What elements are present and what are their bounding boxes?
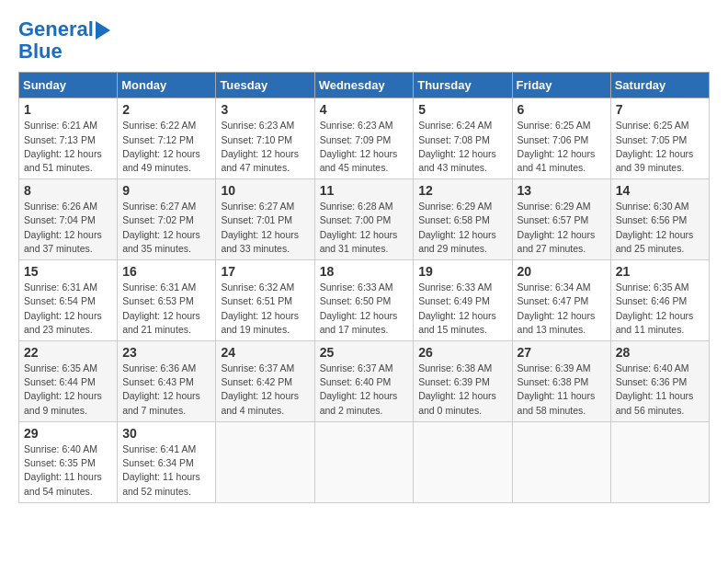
day-number: 12 [418,183,506,198]
day-number: 25 [320,345,409,360]
day-number: 8 [24,183,112,198]
day-info: Sunrise: 6:25 AM Sunset: 7:05 PM Dayligh… [616,119,704,175]
calendar-cell: 13 Sunrise: 6:29 AM Sunset: 6:57 PM Dayl… [512,179,610,260]
logo: General Blue [18,18,110,63]
day-info: Sunrise: 6:30 AM Sunset: 6:56 PM Dayligh… [616,200,704,256]
day-number: 16 [122,264,210,279]
day-info: Sunrise: 6:37 AM Sunset: 6:40 PM Dayligh… [320,362,409,418]
day-number: 2 [122,102,210,117]
day-info: Sunrise: 6:22 AM Sunset: 7:12 PM Dayligh… [122,119,210,175]
day-info: Sunrise: 6:33 AM Sunset: 6:50 PM Dayligh… [320,281,409,337]
calendar-cell [610,421,709,502]
day-number: 26 [418,345,506,360]
calendar-cell: 2 Sunrise: 6:22 AM Sunset: 7:12 PM Dayli… [118,98,216,179]
col-header-sunday: Sunday [19,73,118,98]
day-number: 18 [320,264,409,279]
calendar-cell: 5 Sunrise: 6:24 AM Sunset: 7:08 PM Dayli… [414,98,512,179]
day-info: Sunrise: 6:29 AM Sunset: 6:58 PM Dayligh… [418,200,506,256]
calendar-cell: 10 Sunrise: 6:27 AM Sunset: 7:01 PM Dayl… [216,179,314,260]
day-info: Sunrise: 6:40 AM Sunset: 6:36 PM Dayligh… [616,362,704,418]
day-info: Sunrise: 6:27 AM Sunset: 7:02 PM Dayligh… [122,200,210,256]
day-number: 13 [518,183,606,198]
day-info: Sunrise: 6:36 AM Sunset: 6:43 PM Dayligh… [122,362,210,418]
calendar-cell: 11 Sunrise: 6:28 AM Sunset: 7:00 PM Dayl… [314,179,414,260]
day-info: Sunrise: 6:41 AM Sunset: 6:34 PM Dayligh… [122,442,210,499]
calendar-cell: 4 Sunrise: 6:23 AM Sunset: 7:09 PM Dayli… [314,98,414,179]
day-info: Sunrise: 6:38 AM Sunset: 6:39 PM Dayligh… [418,362,506,418]
day-number: 27 [518,345,606,360]
calendar-cell: 26 Sunrise: 6:38 AM Sunset: 6:39 PM Dayl… [414,341,512,422]
day-number: 17 [221,264,309,279]
calendar-cell: 25 Sunrise: 6:37 AM Sunset: 6:40 PM Dayl… [314,341,414,422]
calendar-cell: 19 Sunrise: 6:33 AM Sunset: 6:49 PM Dayl… [414,260,512,341]
col-header-saturday: Saturday [610,73,709,98]
day-number: 22 [24,345,112,360]
calendar-cell: 16 Sunrise: 6:31 AM Sunset: 6:53 PM Dayl… [118,260,216,341]
day-info: Sunrise: 6:33 AM Sunset: 6:49 PM Dayligh… [418,281,506,337]
logo-text: General [18,18,110,40]
calendar-cell: 1 Sunrise: 6:21 AM Sunset: 7:13 PM Dayli… [19,98,118,179]
calendar-cell: 20 Sunrise: 6:34 AM Sunset: 6:47 PM Dayl… [512,260,610,341]
day-info: Sunrise: 6:37 AM Sunset: 6:42 PM Dayligh… [221,362,309,418]
calendar-cell: 23 Sunrise: 6:36 AM Sunset: 6:43 PM Dayl… [118,341,216,422]
day-info: Sunrise: 6:34 AM Sunset: 6:47 PM Dayligh… [518,281,606,337]
day-number: 1 [24,102,112,117]
day-info: Sunrise: 6:35 AM Sunset: 6:46 PM Dayligh… [616,281,704,337]
calendar-cell: 12 Sunrise: 6:29 AM Sunset: 6:58 PM Dayl… [414,179,512,260]
calendar-cell: 21 Sunrise: 6:35 AM Sunset: 6:46 PM Dayl… [610,260,709,341]
day-number: 21 [616,264,704,279]
day-number: 10 [221,183,309,198]
calendar-cell [216,421,314,502]
day-info: Sunrise: 6:32 AM Sunset: 6:51 PM Dayligh… [221,281,309,337]
day-info: Sunrise: 6:29 AM Sunset: 6:57 PM Dayligh… [518,200,606,256]
calendar-cell: 15 Sunrise: 6:31 AM Sunset: 6:54 PM Dayl… [19,260,118,341]
day-number: 28 [616,345,704,360]
page-header: General Blue [18,18,710,63]
calendar-cell [414,421,512,502]
calendar-cell: 29 Sunrise: 6:40 AM Sunset: 6:35 PM Dayl… [19,421,118,502]
day-number: 14 [616,183,704,198]
day-info: Sunrise: 6:31 AM Sunset: 6:53 PM Dayligh… [122,281,210,337]
day-info: Sunrise: 6:25 AM Sunset: 7:06 PM Dayligh… [518,119,606,175]
calendar-cell: 30 Sunrise: 6:41 AM Sunset: 6:34 PM Dayl… [118,421,216,502]
day-number: 3 [221,102,309,117]
day-number: 15 [24,264,112,279]
day-number: 11 [320,183,409,198]
day-info: Sunrise: 6:31 AM Sunset: 6:54 PM Dayligh… [24,281,112,337]
day-info: Sunrise: 6:21 AM Sunset: 7:13 PM Dayligh… [24,119,112,175]
calendar-cell: 18 Sunrise: 6:33 AM Sunset: 6:50 PM Dayl… [314,260,414,341]
calendar-cell: 3 Sunrise: 6:23 AM Sunset: 7:10 PM Dayli… [216,98,314,179]
day-number: 20 [518,264,606,279]
calendar-cell: 22 Sunrise: 6:35 AM Sunset: 6:44 PM Dayl… [19,341,118,422]
calendar-cell: 28 Sunrise: 6:40 AM Sunset: 6:36 PM Dayl… [610,341,709,422]
calendar-cell [512,421,610,502]
day-info: Sunrise: 6:35 AM Sunset: 6:44 PM Dayligh… [24,362,112,418]
logo-blue-text: Blue [18,40,63,63]
calendar-cell: 9 Sunrise: 6:27 AM Sunset: 7:02 PM Dayli… [118,179,216,260]
col-header-wednesday: Wednesday [314,73,414,98]
day-info: Sunrise: 6:26 AM Sunset: 7:04 PM Dayligh… [24,200,112,256]
day-info: Sunrise: 6:24 AM Sunset: 7:08 PM Dayligh… [418,119,506,175]
day-number: 19 [418,264,506,279]
calendar-cell [314,421,414,502]
col-header-monday: Monday [118,73,216,98]
day-number: 24 [221,345,309,360]
day-number: 6 [518,102,606,117]
col-header-friday: Friday [512,73,610,98]
day-number: 23 [122,345,210,360]
day-number: 4 [320,102,409,117]
calendar-table: SundayMondayTuesdayWednesdayThursdayFrid… [18,72,710,502]
calendar-cell: 14 Sunrise: 6:30 AM Sunset: 6:56 PM Dayl… [610,179,709,260]
day-info: Sunrise: 6:23 AM Sunset: 7:09 PM Dayligh… [320,119,409,175]
col-header-thursday: Thursday [414,73,512,98]
calendar-cell: 17 Sunrise: 6:32 AM Sunset: 6:51 PM Dayl… [216,260,314,341]
day-info: Sunrise: 6:39 AM Sunset: 6:38 PM Dayligh… [518,362,606,418]
col-header-tuesday: Tuesday [216,73,314,98]
calendar-cell: 8 Sunrise: 6:26 AM Sunset: 7:04 PM Dayli… [19,179,118,260]
day-number: 9 [122,183,210,198]
calendar-cell: 27 Sunrise: 6:39 AM Sunset: 6:38 PM Dayl… [512,341,610,422]
day-number: 29 [24,426,112,441]
calendar-cell: 24 Sunrise: 6:37 AM Sunset: 6:42 PM Dayl… [216,341,314,422]
day-number: 7 [616,102,704,117]
calendar-cell: 6 Sunrise: 6:25 AM Sunset: 7:06 PM Dayli… [512,98,610,179]
